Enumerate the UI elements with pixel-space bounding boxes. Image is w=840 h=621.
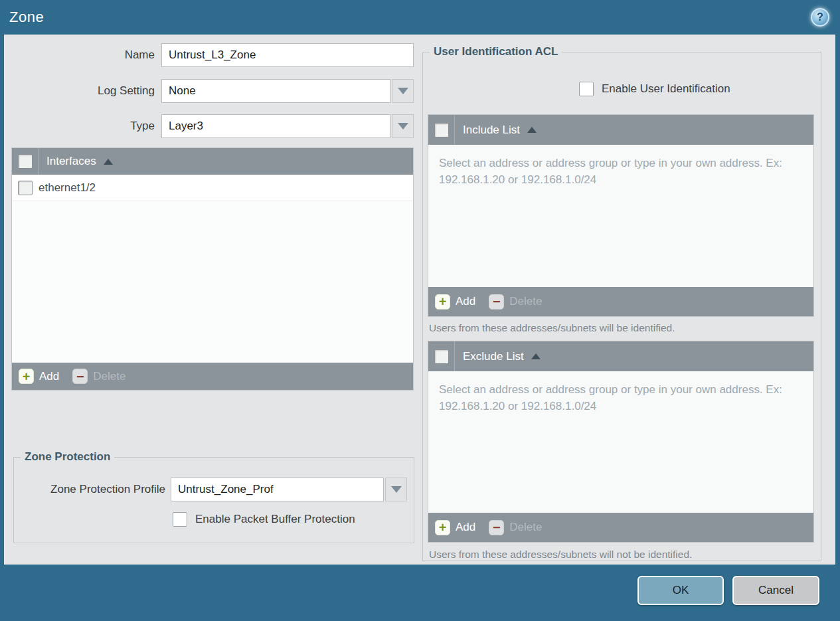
include-list-placeholder: Select an address or address group or ty… — [428, 145, 800, 188]
chevron-down-icon — [398, 123, 408, 130]
exclude-list-table: Exclude List Select an address or addres… — [428, 341, 814, 543]
include-list-header-label: Include List — [463, 124, 520, 137]
add-icon: + — [435, 520, 450, 535]
sort-asc-icon — [104, 159, 113, 165]
zone-dialog: Zone ? Name Log Setting None Type Layer3 — [0, 0, 840, 621]
log-setting-label: Log Setting — [4, 79, 155, 103]
help-glyph: ? — [817, 11, 823, 23]
add-include-button[interactable]: + Add — [435, 294, 475, 310]
dialog-title: Zone — [9, 9, 44, 26]
dialog-content: Name Log Setting None Type Layer3 — [4, 35, 835, 565]
exclude-list-header-label: Exclude List — [463, 350, 524, 363]
dialog-titlebar: Zone ? — [0, 0, 840, 35]
delete-interface-button[interactable]: − Delete — [72, 369, 126, 384]
packet-buffer-protection-label: Enable Packet Buffer Protection — [195, 512, 355, 527]
log-setting-dropdown: None — [161, 79, 414, 103]
chevron-down-icon — [391, 486, 402, 493]
interfaces-select-all-checkbox[interactable] — [18, 154, 33, 169]
row-checkbox[interactable] — [18, 181, 33, 195]
exclude-list-placeholder: Select an address or address group or ty… — [428, 371, 800, 414]
interface-name: ethernet1/2 — [39, 181, 96, 195]
include-list-toolbar: + Add − Delete — [428, 287, 813, 316]
delete-exclude-button[interactable]: − Delete — [489, 520, 542, 535]
add-label: Add — [456, 521, 475, 534]
add-exclude-button[interactable]: + Add — [435, 520, 475, 535]
interfaces-table: Interfaces ethernet1/2 + Add − Delete — [11, 147, 414, 391]
include-list-table: Include List Select an address or addres… — [428, 114, 814, 317]
zone-protection-profile-label: Zone Protection Profile — [19, 478, 165, 501]
delete-label: Delete — [509, 521, 542, 534]
type-dropdown: Layer3 — [161, 114, 414, 138]
name-label: Name — [4, 43, 155, 67]
zone-protection-profile-dropdown-button[interactable] — [385, 478, 407, 501]
table-row[interactable]: ethernet1/2 — [12, 175, 413, 201]
enable-user-identification-label: Enable User Identification — [602, 82, 730, 96]
zone-protection-profile-value[interactable]: Untrust_Zone_Prof — [171, 478, 384, 501]
packet-buffer-protection-checkbox[interactable] — [173, 512, 187, 527]
delete-label: Delete — [93, 370, 126, 383]
add-label: Add — [456, 295, 475, 308]
include-list-header[interactable]: Include List — [428, 115, 813, 145]
ok-button[interactable]: OK — [637, 576, 724, 605]
add-icon: + — [435, 294, 450, 310]
delete-label: Delete — [509, 295, 542, 308]
add-icon: + — [19, 369, 34, 384]
exclude-list-toolbar: + Add − Delete — [428, 513, 813, 542]
type-value[interactable]: Layer3 — [161, 114, 390, 138]
sort-asc-icon — [527, 127, 537, 133]
interfaces-header[interactable]: Interfaces — [12, 148, 413, 175]
help-icon[interactable]: ? — [811, 8, 829, 27]
delete-include-button[interactable]: − Delete — [489, 294, 542, 310]
interfaces-toolbar: + Add − Delete — [12, 363, 413, 390]
zone-protection-profile-dropdown: Untrust_Zone_Prof — [171, 478, 407, 501]
enable-user-identification-checkbox[interactable] — [579, 82, 594, 96]
type-dropdown-button[interactable] — [392, 114, 414, 138]
add-label: Add — [39, 370, 59, 383]
delete-icon: − — [489, 294, 504, 310]
interfaces-header-label: Interfaces — [46, 155, 96, 168]
delete-icon: − — [72, 369, 88, 384]
zone-protection-fieldset: Zone Protection Zone Protection Profile … — [13, 450, 414, 543]
user-identification-legend: User Identification ACL — [430, 45, 562, 58]
exclude-list-header[interactable]: Exclude List — [428, 341, 813, 371]
cancel-button[interactable]: Cancel — [732, 576, 819, 605]
add-interface-button[interactable]: + Add — [19, 369, 59, 384]
log-setting-value[interactable]: None — [161, 79, 390, 103]
exclude-select-all-checkbox[interactable] — [434, 349, 449, 364]
sort-asc-icon — [531, 353, 541, 359]
exclude-list-body[interactable]: Select an address or address group or ty… — [428, 371, 813, 513]
include-list-body[interactable]: Select an address or address group or ty… — [428, 145, 813, 287]
include-list-caption: Users from these addresses/subnets will … — [429, 322, 675, 334]
delete-icon: − — [489, 520, 504, 535]
type-label: Type — [4, 114, 155, 138]
user-identification-fieldset: User Identification ACL Enable User Iden… — [422, 45, 821, 561]
zone-protection-legend: Zone Protection — [21, 450, 114, 464]
exclude-list-caption: Users from these addresses/subnets will … — [429, 549, 692, 561]
include-select-all-checkbox[interactable] — [434, 123, 449, 137]
name-input[interactable] — [161, 43, 414, 67]
log-setting-dropdown-button[interactable] — [392, 79, 414, 103]
chevron-down-icon — [398, 88, 408, 94]
